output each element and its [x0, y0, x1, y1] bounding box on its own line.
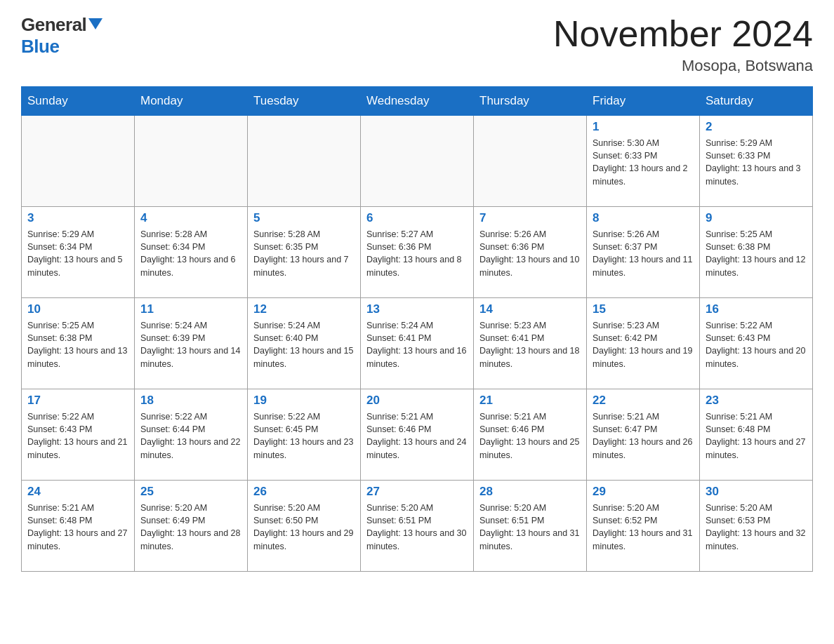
day-info: Sunrise: 5:21 AMSunset: 6:46 PMDaylight:… — [366, 410, 468, 462]
header: General Blue November 2024 Mosopa, Botsw… — [21, 14, 813, 75]
weekday-header-saturday: Saturday — [700, 87, 813, 116]
calendar-cell: 20Sunrise: 5:21 AMSunset: 6:46 PMDayligh… — [361, 389, 474, 481]
logo: General Blue — [21, 14, 102, 58]
week-row-2: 3Sunrise: 5:29 AMSunset: 6:34 PMDaylight… — [22, 207, 813, 298]
day-number: 3 — [27, 211, 128, 225]
day-info: Sunrise: 5:20 AMSunset: 6:51 PMDaylight:… — [479, 502, 581, 553]
day-info: Sunrise: 5:26 AMSunset: 6:36 PMDaylight:… — [479, 228, 581, 279]
day-number: 26 — [253, 485, 355, 499]
calendar-cell — [474, 116, 587, 207]
day-info: Sunrise: 5:29 AMSunset: 6:34 PMDaylight:… — [27, 228, 128, 279]
day-number: 16 — [706, 302, 807, 316]
week-row-4: 17Sunrise: 5:22 AMSunset: 6:43 PMDayligh… — [22, 389, 813, 481]
day-info: Sunrise: 5:22 AMSunset: 6:44 PMDaylight:… — [140, 410, 241, 462]
day-number: 23 — [706, 394, 807, 408]
day-info: Sunrise: 5:20 AMSunset: 6:49 PMDaylight:… — [140, 502, 241, 553]
calendar-cell: 3Sunrise: 5:29 AMSunset: 6:34 PMDaylight… — [22, 207, 135, 298]
day-number: 28 — [479, 485, 581, 499]
day-info: Sunrise: 5:20 AMSunset: 6:52 PMDaylight:… — [593, 502, 694, 553]
day-info: Sunrise: 5:22 AMSunset: 6:45 PMDaylight:… — [253, 410, 355, 462]
day-number: 9 — [706, 211, 807, 225]
calendar-cell: 14Sunrise: 5:23 AMSunset: 6:41 PMDayligh… — [474, 298, 587, 389]
calendar-cell: 17Sunrise: 5:22 AMSunset: 6:43 PMDayligh… — [22, 389, 135, 481]
day-info: Sunrise: 5:22 AMSunset: 6:43 PMDaylight:… — [27, 410, 128, 462]
day-info: Sunrise: 5:23 AMSunset: 6:42 PMDaylight:… — [593, 319, 694, 370]
calendar-cell: 9Sunrise: 5:25 AMSunset: 6:38 PMDaylight… — [700, 207, 813, 298]
weekday-header-tuesday: Tuesday — [248, 87, 361, 116]
logo-triangle-icon — [88, 18, 102, 29]
calendar-cell: 13Sunrise: 5:24 AMSunset: 6:41 PMDayligh… — [361, 298, 474, 389]
day-number: 8 — [593, 211, 694, 225]
day-number: 6 — [366, 211, 468, 225]
calendar-cell: 21Sunrise: 5:21 AMSunset: 6:46 PMDayligh… — [474, 389, 587, 481]
day-number: 24 — [27, 485, 128, 499]
calendar-cell: 2Sunrise: 5:29 AMSunset: 6:33 PMDaylight… — [700, 116, 813, 207]
day-info: Sunrise: 5:21 AMSunset: 6:48 PMDaylight:… — [27, 502, 128, 553]
weekday-header-thursday: Thursday — [474, 87, 587, 116]
day-number: 14 — [479, 302, 581, 316]
calendar-cell: 22Sunrise: 5:21 AMSunset: 6:47 PMDayligh… — [587, 389, 700, 481]
day-number: 21 — [479, 394, 581, 408]
calendar-cell: 25Sunrise: 5:20 AMSunset: 6:49 PMDayligh… — [135, 481, 248, 572]
day-number: 25 — [140, 485, 241, 499]
day-number: 5 — [253, 211, 355, 225]
day-info: Sunrise: 5:23 AMSunset: 6:41 PMDaylight:… — [479, 319, 581, 370]
calendar-cell: 12Sunrise: 5:24 AMSunset: 6:40 PMDayligh… — [248, 298, 361, 389]
day-info: Sunrise: 5:30 AMSunset: 6:33 PMDaylight:… — [593, 137, 694, 188]
day-info: Sunrise: 5:25 AMSunset: 6:38 PMDaylight:… — [706, 228, 807, 279]
day-number: 17 — [27, 394, 128, 408]
calendar-cell: 18Sunrise: 5:22 AMSunset: 6:44 PMDayligh… — [135, 389, 248, 481]
week-row-1: 1Sunrise: 5:30 AMSunset: 6:33 PMDaylight… — [22, 116, 813, 207]
weekday-header-friday: Friday — [587, 87, 700, 116]
calendar-cell: 30Sunrise: 5:20 AMSunset: 6:53 PMDayligh… — [700, 481, 813, 572]
day-info: Sunrise: 5:20 AMSunset: 6:51 PMDaylight:… — [366, 502, 468, 553]
calendar-cell: 19Sunrise: 5:22 AMSunset: 6:45 PMDayligh… — [248, 389, 361, 481]
day-info: Sunrise: 5:29 AMSunset: 6:33 PMDaylight:… — [706, 137, 807, 188]
day-number: 1 — [593, 120, 694, 134]
calendar-cell — [22, 116, 135, 207]
calendar-cell: 27Sunrise: 5:20 AMSunset: 6:51 PMDayligh… — [361, 481, 474, 572]
calendar-cell: 26Sunrise: 5:20 AMSunset: 6:50 PMDayligh… — [248, 481, 361, 572]
day-info: Sunrise: 5:28 AMSunset: 6:34 PMDaylight:… — [140, 228, 241, 279]
calendar-cell: 16Sunrise: 5:22 AMSunset: 6:43 PMDayligh… — [700, 298, 813, 389]
weekday-header-row: SundayMondayTuesdayWednesdayThursdayFrid… — [22, 87, 813, 116]
title-area: November 2024 Mosopa, Botswana — [553, 14, 813, 75]
calendar-cell — [361, 116, 474, 207]
location-title: Mosopa, Botswana — [553, 57, 813, 75]
day-number: 12 — [253, 302, 355, 316]
day-info: Sunrise: 5:21 AMSunset: 6:46 PMDaylight:… — [479, 410, 581, 462]
day-number: 29 — [593, 485, 694, 499]
day-info: Sunrise: 5:24 AMSunset: 6:40 PMDaylight:… — [253, 319, 355, 370]
calendar-cell: 15Sunrise: 5:23 AMSunset: 6:42 PMDayligh… — [587, 298, 700, 389]
day-number: 18 — [140, 394, 241, 408]
calendar-cell: 6Sunrise: 5:27 AMSunset: 6:36 PMDaylight… — [361, 207, 474, 298]
day-info: Sunrise: 5:20 AMSunset: 6:53 PMDaylight:… — [706, 502, 807, 553]
calendar-cell: 24Sunrise: 5:21 AMSunset: 6:48 PMDayligh… — [22, 481, 135, 572]
logo-blue-text: Blue — [21, 36, 59, 58]
week-row-3: 10Sunrise: 5:25 AMSunset: 6:38 PMDayligh… — [22, 298, 813, 389]
day-number: 27 — [366, 485, 468, 499]
calendar-cell: 5Sunrise: 5:28 AMSunset: 6:35 PMDaylight… — [248, 207, 361, 298]
calendar-cell: 28Sunrise: 5:20 AMSunset: 6:51 PMDayligh… — [474, 481, 587, 572]
day-info: Sunrise: 5:21 AMSunset: 6:47 PMDaylight:… — [593, 410, 694, 462]
day-info: Sunrise: 5:20 AMSunset: 6:50 PMDaylight:… — [253, 502, 355, 553]
day-number: 4 — [140, 211, 241, 225]
day-number: 7 — [479, 211, 581, 225]
logo-general-text: General — [21, 14, 86, 36]
calendar-table: SundayMondayTuesdayWednesdayThursdayFrid… — [21, 86, 813, 572]
day-info: Sunrise: 5:21 AMSunset: 6:48 PMDaylight:… — [706, 410, 807, 462]
calendar-cell: 10Sunrise: 5:25 AMSunset: 6:38 PMDayligh… — [22, 298, 135, 389]
day-number: 15 — [593, 302, 694, 316]
calendar-cell: 1Sunrise: 5:30 AMSunset: 6:33 PMDaylight… — [587, 116, 700, 207]
weekday-header-wednesday: Wednesday — [361, 87, 474, 116]
day-number: 11 — [140, 302, 241, 316]
month-title: November 2024 — [553, 14, 813, 54]
day-number: 19 — [253, 394, 355, 408]
day-info: Sunrise: 5:24 AMSunset: 6:41 PMDaylight:… — [366, 319, 468, 370]
day-number: 22 — [593, 394, 694, 408]
day-info: Sunrise: 5:26 AMSunset: 6:37 PMDaylight:… — [593, 228, 694, 279]
day-number: 10 — [27, 302, 128, 316]
calendar-cell: 8Sunrise: 5:26 AMSunset: 6:37 PMDaylight… — [587, 207, 700, 298]
weekday-header-monday: Monday — [135, 87, 248, 116]
calendar-cell: 4Sunrise: 5:28 AMSunset: 6:34 PMDaylight… — [135, 207, 248, 298]
